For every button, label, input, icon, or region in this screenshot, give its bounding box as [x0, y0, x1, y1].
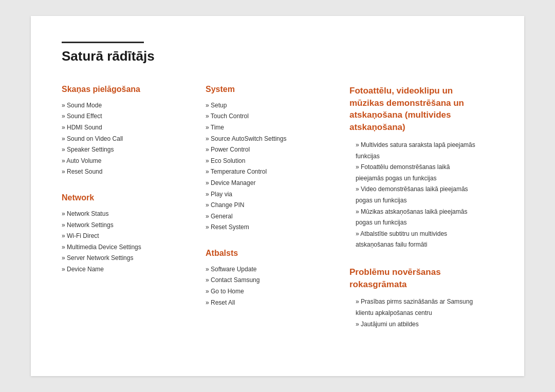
list-item: Fotoattēlu demonstrēšanas laikā pieejamā… — [349, 162, 478, 184]
column-1: Skaņas pielāgošana Sound Mode Sound Effe… — [62, 85, 206, 346]
list-item: Power Control — [206, 144, 334, 156]
list-item: Jautājumi un atbildes — [349, 319, 478, 330]
toc-items-sound: Sound Mode Sound Effect HDMI Sound Sound… — [62, 100, 190, 178]
list-item: Source AutoSwitch Settings — [206, 134, 334, 145]
section-title-network: Network — [62, 193, 190, 202]
list-item: Reset System — [206, 222, 334, 233]
list-item: Software Update — [206, 264, 334, 275]
list-item: Video demonstrēšanas laikā pieejamās pog… — [349, 184, 478, 206]
toc-items-troubleshoot: Prasības pirms sazināšanās ar Samsung kl… — [349, 296, 478, 330]
list-item: Server Network Settings — [62, 253, 190, 264]
list-item: Touch Control — [206, 111, 334, 122]
list-item: Sound on Video Call — [62, 134, 190, 145]
list-item: Multimedia Device Settings — [62, 242, 190, 253]
list-item: Time — [206, 122, 334, 134]
toc-grid: Skaņas pielāgošana Sound Mode Sound Effe… — [62, 85, 493, 346]
section-title-system: System — [206, 85, 334, 94]
list-item: Reset Sound — [62, 166, 190, 178]
list-item: Device Name — [62, 264, 190, 275]
list-item: Wi-Fi Direct — [62, 231, 190, 242]
column-2: System Setup Touch Control Time Source A… — [206, 85, 349, 346]
section-title-photos: Fotoattēlu, videoklipu un mūzikas demons… — [349, 85, 478, 134]
section-title-sound: Skaņas pielāgošana — [62, 85, 190, 94]
list-item: Network Settings — [62, 220, 190, 231]
list-item: Temperature Control — [206, 166, 334, 178]
list-item: Contact Samsung — [206, 275, 334, 286]
list-item: Eco Solution — [206, 156, 334, 167]
list-item: Reset All — [206, 297, 334, 309]
list-item: Multivides satura saraksta lapā pieejamā… — [349, 140, 478, 162]
list-item: Change PIN — [206, 200, 334, 211]
list-item: Auto Volume — [62, 156, 190, 167]
list-item: Sound Effect — [62, 111, 190, 122]
column-3: Fotoattēlu, videoklipu un mūzikas demons… — [349, 85, 493, 346]
section-title-troubleshoot: Problēmu novēršanas rokasgrāmata — [349, 266, 478, 291]
toc-items-system: Setup Touch Control Time Source AutoSwit… — [206, 100, 334, 233]
page-title: Saturā rādītājs — [62, 48, 493, 64]
toc-items-support: Software Update Contact Samsung Go to Ho… — [206, 264, 334, 308]
toc-items-photos: Multivides satura saraksta lapā pieejamā… — [349, 140, 478, 251]
list-item: Device Manager — [206, 178, 334, 189]
list-item: Setup — [206, 100, 334, 111]
list-item: Prasības pirms sazināšanās ar Samsung kl… — [349, 296, 478, 319]
list-item: Mūzikas atskaņošanas laikā pieejamās pog… — [349, 207, 478, 229]
list-item: General — [206, 211, 334, 222]
page: Saturā rādītājs Skaņas pielāgošana Sound… — [31, 16, 524, 377]
list-item: Sound Mode — [62, 100, 190, 111]
list-item: Go to Home — [206, 286, 334, 297]
list-item: Speaker Settings — [62, 144, 190, 156]
toc-items-network: Network Status Network Settings Wi-Fi Di… — [62, 209, 190, 275]
list-item: Play via — [206, 189, 334, 200]
title-bar — [62, 42, 144, 43]
list-item: Atbalstītie subtitru un multivides atska… — [349, 229, 478, 251]
list-item: HDMI Sound — [62, 122, 190, 134]
list-item: Network Status — [62, 209, 190, 220]
section-title-support: Atbalsts — [206, 249, 334, 258]
